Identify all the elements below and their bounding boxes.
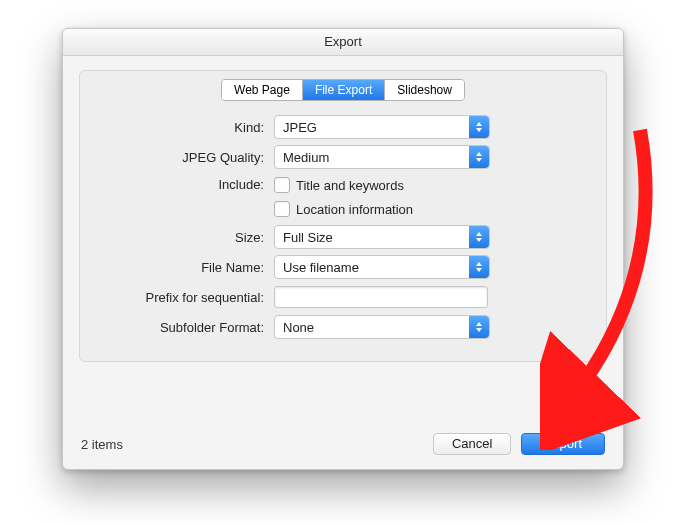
tab-slideshow[interactable]: Slideshow [385, 80, 464, 100]
window-title: Export [63, 29, 623, 56]
prefix-input[interactable] [274, 286, 488, 308]
updown-icon [469, 116, 489, 138]
dialog-footer: 2 items Cancel Export [63, 423, 623, 469]
subfolder-value: None [275, 320, 469, 335]
subfolder-select[interactable]: None [274, 315, 490, 339]
kind-select[interactable]: JPEG [274, 115, 490, 139]
title-keywords-checkbox[interactable] [274, 177, 290, 193]
export-button[interactable]: Export [521, 433, 605, 455]
size-value: Full Size [275, 230, 469, 245]
export-dialog: Export Web Page File Export Slideshow Ki… [62, 28, 624, 470]
updown-icon [469, 316, 489, 338]
tab-web-page[interactable]: Web Page [222, 80, 303, 100]
updown-icon [469, 256, 489, 278]
dialog-content: Web Page File Export Slideshow Kind: JPE… [63, 56, 623, 423]
tab-file-export[interactable]: File Export [303, 80, 385, 100]
quality-label: JPEG Quality: [94, 150, 274, 165]
location-checkbox[interactable] [274, 201, 290, 217]
settings-panel: Web Page File Export Slideshow Kind: JPE… [79, 70, 607, 362]
updown-icon [469, 226, 489, 248]
quality-select[interactable]: Medium [274, 145, 490, 169]
size-select[interactable]: Full Size [274, 225, 490, 249]
tab-bar: Web Page File Export Slideshow [94, 79, 592, 101]
include-label: Include: [94, 175, 274, 192]
filename-label: File Name: [94, 260, 274, 275]
filename-select[interactable]: Use filename [274, 255, 490, 279]
filename-value: Use filename [275, 260, 469, 275]
prefix-label: Prefix for sequential: [94, 290, 274, 305]
item-count: 2 items [81, 437, 123, 452]
quality-value: Medium [275, 150, 469, 165]
cancel-button[interactable]: Cancel [433, 433, 511, 455]
kind-value: JPEG [275, 120, 469, 135]
subfolder-label: Subfolder Format: [94, 320, 274, 335]
title-keywords-label: Title and keywords [296, 178, 404, 193]
kind-label: Kind: [94, 120, 274, 135]
updown-icon [469, 146, 489, 168]
location-label: Location information [296, 202, 413, 217]
size-label: Size: [94, 230, 274, 245]
